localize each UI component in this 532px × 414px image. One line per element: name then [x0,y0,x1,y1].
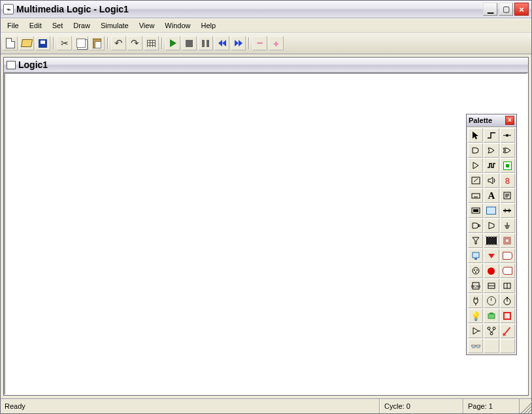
palette-tool-display[interactable] [468,203,483,218]
oscillator-icon [486,160,497,171]
palette-tool-or-gate[interactable] [484,143,499,158]
toolbar-save-button[interactable] [35,36,50,50]
toolbar-pause-button[interactable] [198,36,213,50]
palette-tool-seven-seg[interactable]: 8 [500,173,515,188]
palette-tool-pointer[interactable] [468,128,483,143]
palette-tool-xor-gate[interactable] [500,143,515,158]
palette-tool-text[interactable]: A [484,188,499,203]
toolbar-zoomout-button[interactable]: − [252,36,267,50]
palette-tool-wire[interactable] [484,128,499,143]
xor-gate-icon [502,145,512,156]
menu-item-window[interactable]: Window [159,19,195,32]
menu-item-simulate[interactable]: Simulate [95,19,134,32]
probe-icon [471,326,481,336]
palette-tool-chip[interactable] [484,233,499,248]
close-icon: × [519,5,524,14]
child-window: Logic1 [3,57,529,396]
status-page-value: 1 [489,402,493,410]
menu-item-edit[interactable]: Edit [24,19,47,32]
toolbar-copy-button[interactable] [73,36,88,50]
menu-item-file[interactable]: File [2,19,24,32]
text-icon: A [488,190,495,201]
io-conn-2-icon [503,267,512,275]
child-titlebar[interactable]: Logic1 [4,58,528,73]
palette-tool-switch[interactable] [468,173,483,188]
toolbar-new-button[interactable] [3,36,18,50]
menu-item-help[interactable]: Help [195,19,221,32]
palette-tool-record[interactable] [484,264,499,278]
toolbar-undo-button[interactable]: ↶ [111,36,126,50]
menu-item-view[interactable]: View [134,19,160,32]
toolbar-stop-button[interactable] [182,36,197,50]
palette-tool-buffer[interactable] [468,158,483,173]
palette-tool-rom[interactable]: ROM [468,279,483,293]
palette-tool-monitor[interactable] [468,249,483,263]
funnel-icon [471,235,481,246]
close-button[interactable]: × [514,3,529,16]
toolbar-stepback-button[interactable] [214,36,229,50]
palette-tool-binoculars[interactable]: 👓 [468,339,483,353]
toolbar-run-button[interactable] [165,36,180,50]
palette-tool-io-conn[interactable] [500,249,515,263]
maximize-button[interactable]: ▢ [499,3,513,16]
palette-tool-io-conn-2[interactable] [500,264,515,278]
palette-tool-counter[interactable] [484,279,499,293]
palette-tool-speaker[interactable] [484,173,499,188]
toolbar-redo-button[interactable]: ↷ [127,36,142,50]
toolbar-paste-button[interactable] [90,36,105,50]
app-window: ⌁ Multimedia Logic - Logic1 ▁ ▢ × FileEd… [0,0,532,414]
ground-icon [502,220,512,231]
toolbar-grid-button[interactable] [144,36,159,50]
palette-tool-socket[interactable] [468,264,483,278]
palette-tool-network[interactable] [484,324,499,338]
palette-tool-device[interactable] [484,309,499,323]
palette-tool-mux[interactable] [484,218,499,233]
menu-item-set[interactable]: Set [47,19,69,32]
palette-tool-bus[interactable] [500,203,515,218]
display-icon [471,205,481,216]
minimize-button[interactable]: ▁ [483,3,497,16]
svg-rect-27 [473,252,479,258]
palette-empty-slot [500,339,515,353]
palette-tool-probe[interactable] [468,324,483,338]
palette-tool-arrow-down[interactable] [484,249,499,263]
palette-tool-plug[interactable] [468,294,483,308]
palette-tool-stopwatch[interactable] [500,294,515,308]
toolbar-open-button[interactable] [19,36,34,50]
titlebar[interactable]: ⌁ Multimedia Logic - Logic1 ▁ ▢ × [1,1,531,18]
menu-item-draw[interactable]: Draw [68,19,95,32]
resize-grip[interactable] [520,399,531,413]
palette-tool-tristate[interactable] [468,218,483,233]
palette-tool-ground[interactable] [500,218,515,233]
palette-tool-register[interactable] [500,233,515,248]
palette-tool-oscillator[interactable] [484,158,499,173]
record-icon [488,267,495,275]
palette-tool-led[interactable] [500,158,515,173]
palette-tool-grid: 8AROM💡👓 [467,127,516,354]
palette-tool-keyboard[interactable] [468,188,483,203]
palette-empty-slot [484,339,499,353]
palette-tool-and-gate[interactable] [468,143,483,158]
drawing-canvas[interactable] [5,74,527,394]
palette-tool-draw[interactable] [500,324,515,338]
toolbar-zoomin-button[interactable]: + [269,36,284,50]
wire-icon [486,130,497,141]
toolbar-stepfwd-button[interactable] [231,36,246,50]
palette-window[interactable]: Palette × 8AROM💡👓 [466,114,517,355]
toolbar-separator [247,36,251,50]
save-disk-icon [39,39,47,48]
counter-icon [486,281,497,291]
palette-close-button[interactable]: × [505,116,514,125]
palette-tool-clock[interactable] [484,294,499,308]
palette-tool-counter-2[interactable] [500,279,515,293]
window-title: Multimedia Logic - Logic1 [16,4,482,14]
palette-tool-write[interactable] [500,188,515,203]
tristate-icon [471,220,481,231]
palette-titlebar[interactable]: Palette × [467,114,516,127]
toolbar-cut-button[interactable]: ✂ [57,36,72,50]
palette-tool-stop-sign[interactable] [500,309,515,323]
palette-tool-bulb[interactable]: 💡 [468,309,483,323]
palette-tool-funnel[interactable] [468,233,483,248]
palette-tool-screen[interactable] [484,203,499,218]
palette-tool-node[interactable] [500,128,515,143]
